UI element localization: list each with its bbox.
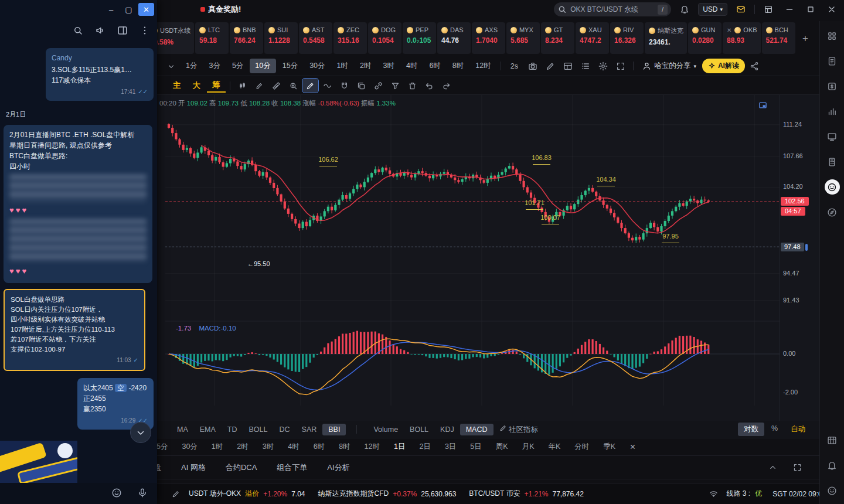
panel-tab[interactable]: AI分析 [327, 462, 349, 473]
scale-toggle[interactable]: 对数 [738, 423, 764, 436]
edit-kline-icon[interactable] [542, 59, 559, 74]
period-button[interactable]: 6时 [308, 440, 330, 454]
chat-message-highlighted[interactable]: SOL白盘做单思路 SOL日内关注压力位107附近， 四小时级别实体有效突破并站… [4, 289, 145, 371]
undo-icon[interactable] [421, 79, 437, 93]
chatbot-icon[interactable] [825, 483, 840, 498]
ticker-item[interactable]: MYX5.685 [506, 22, 540, 54]
overlay-indicator-tab[interactable]: DC [273, 424, 295, 435]
timeframe-button[interactable]: 4时 [401, 59, 423, 73]
ticker-item[interactable]: AST0.5458 [299, 22, 332, 54]
sub-indicator-tab[interactable]: Volume [367, 424, 404, 435]
period-button[interactable]: 30分 [176, 440, 202, 454]
timeframe-button[interactable]: 15分 [277, 59, 303, 73]
timeframe-button[interactable]: 6时 [424, 59, 445, 73]
remove-period-icon[interactable]: ✕ [624, 441, 641, 453]
panel-tab[interactable]: 组合下单 [277, 462, 307, 473]
more-options-icon[interactable] [139, 25, 150, 38]
sub-indicator-tab[interactable]: BOLL [404, 424, 434, 435]
timeframe-button[interactable]: 8时 [447, 59, 469, 73]
chat-minimize-button[interactable]: – [103, 3, 119, 16]
period-button[interactable]: 周K [491, 440, 513, 454]
sub-indicator-tab[interactable]: KDJ [434, 424, 460, 435]
ticker-item[interactable]: DAS44.76 [437, 22, 471, 54]
ticker-item[interactable]: 纳斯达克23461. [645, 22, 687, 54]
period-button[interactable]: 季K [598, 440, 621, 454]
chat-maximize-button[interactable]: ▢ [121, 3, 137, 16]
chat-message[interactable]: Candy 3.SOL多115正113.5赢1… 117减仓保本 17:41✓✓ [46, 48, 154, 101]
scroll-to-bottom-button[interactable] [130, 422, 151, 443]
scale-toggle[interactable]: % [765, 423, 784, 436]
period-button[interactable]: 12时 [359, 440, 385, 454]
window-minimize-button[interactable] [782, 2, 797, 16]
notifications-bell-icon[interactable] [825, 458, 840, 473]
chart-mode-tab[interactable]: 主 [168, 79, 186, 92]
ticker-item[interactable]: LTC59.18 [195, 22, 229, 54]
add-ticker-button[interactable]: + [797, 22, 814, 54]
ticker-item[interactable]: GUN0.0280 [688, 22, 722, 54]
period-button[interactable]: 8时 [333, 440, 355, 454]
share-icon[interactable] [746, 59, 763, 74]
redo-icon[interactable] [438, 79, 454, 93]
panel-tab[interactable]: 合约DCA [226, 462, 257, 473]
chat-message[interactable]: 2月01日直播间BTC .ETH .SOL盘中解析 星期日直播间思路, 观点仅供… [4, 125, 152, 283]
overlay-indicator-tab[interactable]: EMA [194, 424, 222, 435]
news-icon[interactable] [825, 53, 840, 69]
period-button[interactable]: 年K [543, 440, 566, 454]
chart-mode-tab[interactable]: 大 [188, 79, 206, 92]
period-button[interactable]: 月K [517, 440, 540, 454]
timeframe-button[interactable]: 2时 [355, 59, 376, 73]
overlay-indicator-tab[interactable]: SAR [296, 424, 323, 435]
timeframe-button[interactable]: 1时 [332, 59, 353, 73]
search-icon[interactable] [73, 25, 83, 38]
ticker-item[interactable]: BNB766.24 [230, 22, 263, 54]
ticker-item[interactable]: SUI1.1228 [264, 22, 298, 54]
trash-icon[interactable] [404, 79, 420, 93]
broadcast-icon[interactable] [95, 25, 106, 38]
sub-indicator-tab[interactable]: MACD [460, 424, 494, 435]
candlestick-chart[interactable] [165, 95, 780, 421]
timeframe-button[interactable]: 5分 [227, 59, 249, 73]
ticker-item[interactable]: DOG0.1054 [368, 22, 401, 54]
overlay-indicator-tab[interactable]: MA [171, 424, 194, 435]
ticker-item[interactable]: AXS1.7040 [472, 22, 505, 54]
community-indicators-tab[interactable]: 社区指标 [494, 423, 544, 437]
overlay-indicator-tab[interactable]: BOLL [243, 424, 274, 435]
scale-toggle[interactable]: 自动 [785, 423, 811, 436]
ai-analysis-button[interactable]: AI解读 [702, 59, 745, 73]
overlay-indicator-tab[interactable]: TD [222, 424, 243, 435]
ruler-icon[interactable] [268, 79, 284, 93]
candle-style-icon[interactable] [234, 79, 250, 93]
chat-close-button[interactable]: ✕ [138, 3, 154, 16]
collapse-icon[interactable] [764, 460, 781, 475]
period-button[interactable]: 2时 [232, 440, 253, 454]
mail-icon[interactable] [733, 2, 748, 16]
period-button[interactable]: 5日 [465, 440, 486, 454]
data-table-icon[interactable] [825, 433, 840, 448]
period-button[interactable]: 3时 [257, 440, 279, 454]
window-close-button[interactable] [824, 2, 839, 16]
funnel-icon[interactable] [387, 79, 403, 93]
pencil-icon[interactable] [168, 486, 184, 502]
timeframe-button[interactable]: 30分 [304, 59, 330, 73]
chevron-down-icon[interactable] [163, 59, 179, 74]
ticker-item[interactable]: BCH521.74 [762, 22, 795, 54]
timeframe-button[interactable]: 3时 [377, 59, 399, 73]
period-button[interactable]: 3日 [440, 440, 461, 454]
zoom-in-icon[interactable] [285, 79, 301, 93]
funding-dollar-icon[interactable] [825, 79, 840, 94]
pip-icon[interactable] [758, 101, 767, 111]
camera-icon[interactable] [525, 59, 541, 74]
period-button[interactable]: 1时 [206, 440, 228, 454]
ticker-item[interactable]: ZEC315.16 [333, 22, 367, 54]
timeframe-button[interactable]: 10分 [250, 59, 275, 73]
wave-icon[interactable] [319, 79, 335, 93]
split-panel-icon[interactable] [117, 25, 128, 38]
currency-dropdown[interactable]: USD▾ [698, 3, 727, 16]
overlay-indicator-tab[interactable]: BBI [322, 424, 346, 435]
copy-icon[interactable] [353, 79, 369, 93]
period-button[interactable]: 4时 [283, 440, 304, 454]
ai-assistant-icon[interactable] [825, 179, 840, 195]
compass-icon[interactable] [825, 205, 840, 220]
image-thumbnail[interactable] [0, 441, 77, 483]
price-axis[interactable] [780, 95, 819, 421]
